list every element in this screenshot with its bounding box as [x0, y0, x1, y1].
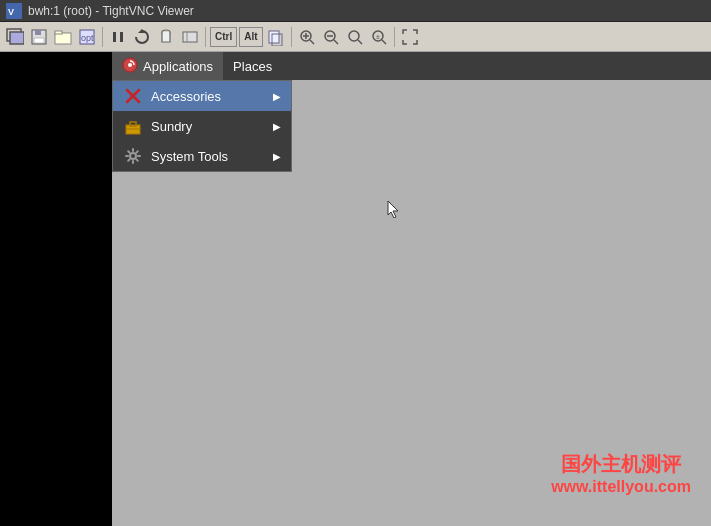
desktop[interactable]: Applications Places Accessories ▶: [112, 52, 711, 526]
separator-2: [205, 27, 206, 47]
applications-label: Applications: [143, 59, 213, 74]
system-tools-label: System Tools: [151, 149, 228, 164]
window-title: bwh:1 (root) - TightVNC Viewer: [28, 4, 194, 18]
conn-options-button[interactable]: opt: [76, 26, 98, 48]
svg-rect-3: [10, 32, 24, 44]
zoom-fit-button[interactable]: ±: [368, 26, 390, 48]
applications-menu[interactable]: Applications: [112, 52, 223, 80]
accessories-arrow: ▶: [273, 91, 281, 102]
refresh-button[interactable]: [131, 26, 153, 48]
system-tools-item[interactable]: System Tools ▶: [113, 141, 291, 171]
sundry-arrow: ▶: [273, 121, 281, 132]
watermark-line1: 国外主机测评: [551, 451, 691, 478]
pause-button[interactable]: [107, 26, 129, 48]
separator-3: [291, 27, 292, 47]
app-icon: V: [6, 3, 22, 19]
new-conn-button[interactable]: [4, 26, 26, 48]
sundry-item[interactable]: Sundry ▶: [113, 111, 291, 141]
applications-dropdown: Accessories ▶ Sundry ▶: [112, 80, 292, 172]
mouse-cursor: [387, 200, 401, 222]
separator-4: [394, 27, 395, 47]
svg-rect-16: [183, 32, 197, 42]
clipboard-button[interactable]: [155, 26, 177, 48]
svg-rect-18: [269, 31, 279, 43]
left-panel: [0, 52, 112, 526]
watermark-line2: www.ittellyou.com: [551, 478, 691, 496]
svg-rect-37: [130, 122, 136, 126]
vnc-content: Applications Places Accessories ▶: [0, 52, 711, 526]
svg-line-26: [334, 40, 338, 44]
sundry-label: Sundry: [151, 119, 192, 134]
svg-line-23: [310, 40, 314, 44]
places-menu[interactable]: Places: [223, 52, 282, 80]
separator-1: [102, 27, 103, 47]
accessories-label: Accessories: [151, 89, 221, 104]
places-label: Places: [233, 59, 272, 74]
svg-rect-5: [35, 30, 41, 35]
alt-button[interactable]: Alt: [239, 27, 262, 47]
svg-rect-8: [55, 31, 62, 34]
transfer-button[interactable]: [179, 26, 201, 48]
svg-rect-7: [55, 33, 71, 44]
system-tools-arrow: ▶: [273, 151, 281, 162]
zoom-out-button[interactable]: [320, 26, 342, 48]
svg-text:±: ±: [376, 33, 380, 40]
zoom-in-button[interactable]: [296, 26, 318, 48]
svg-rect-11: [113, 32, 116, 42]
svg-rect-6: [34, 38, 44, 43]
svg-point-27: [349, 31, 359, 41]
svg-line-30: [382, 40, 386, 44]
svg-point-33: [128, 63, 132, 67]
title-bar: V bwh:1 (root) - TightVNC Viewer: [0, 0, 711, 22]
watermark: 国外主机测评 www.ittellyou.com: [551, 451, 691, 496]
copy-text-button[interactable]: [265, 26, 287, 48]
applications-icon: [122, 57, 138, 76]
svg-line-28: [358, 40, 362, 44]
svg-text:V: V: [8, 7, 14, 17]
svg-point-39: [130, 153, 136, 159]
svg-marker-40: [388, 201, 398, 218]
zoom-normal-button[interactable]: [344, 26, 366, 48]
fullscreen-button[interactable]: [399, 26, 421, 48]
toolbar: opt Ctrl Alt ±: [0, 22, 711, 52]
save-button[interactable]: [28, 26, 50, 48]
sundry-icon: [123, 116, 143, 136]
svg-text:opt: opt: [81, 33, 94, 43]
svg-rect-12: [120, 32, 123, 42]
ctrl-button[interactable]: Ctrl: [210, 27, 237, 47]
accessories-icon: [123, 86, 143, 106]
accessories-item[interactable]: Accessories ▶: [113, 81, 291, 111]
open-button[interactable]: [52, 26, 74, 48]
vnc-menubar: Applications Places: [112, 52, 711, 80]
system-tools-icon: [123, 146, 143, 166]
